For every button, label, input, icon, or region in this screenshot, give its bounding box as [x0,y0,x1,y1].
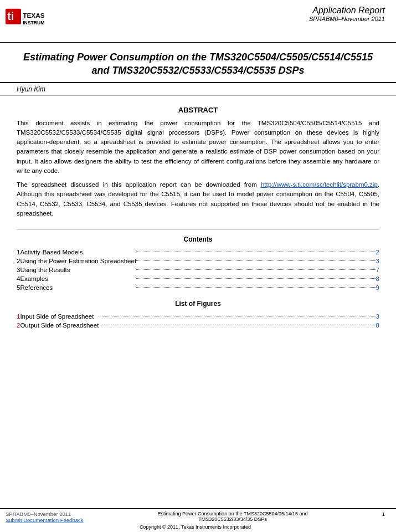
toc-item-label: Activity-Based Models [20,248,136,257]
footer-page-number: 1 [382,511,385,517]
lof-item-label: Output Side of Spreadsheet [20,321,99,330]
toc-item-page: 7 [376,265,379,274]
lof-row: 2 Output Side of Spreadsheet 8 [17,321,379,330]
toc-heading: Contents [17,236,379,243]
footer-center-line1: Estimating Power Consumption on the TMS3… [89,511,376,516]
lof-item-page: 8 [376,321,379,330]
footer-doc-id: SPRABM0–November 2011 [6,511,83,517]
logo-container: ti TEXAS INSTRUMENTS [6,6,44,39]
toc-row: 2 Using the Power Estimation Spreadsheet… [17,257,379,265]
lof-section: List of Figures 1 Input Side of Spreadsh… [17,300,379,330]
abstract-paragraph1: This document assists in estimating the … [17,119,379,176]
footer-right: 1 [382,511,385,517]
toc-item-page: 8 [376,274,379,283]
feedback-link[interactable]: Submit Documentation Feedback [6,517,83,523]
toc-table: 1 Activity-Based Models 2 2 Using the Po… [17,248,379,292]
report-id-label: SPRABM0–November 2011 [309,16,385,22]
abstract-heading: ABSTRACT [17,106,379,114]
abstract-paragraph2: The spreadsheet discussed in this applic… [17,180,379,218]
document-title: Estimating Power Consumption on the TMS3… [17,50,379,78]
svg-text:INSTRUMENTS: INSTRUMENTS [23,20,44,25]
toc-item-label: Using the Results [20,265,136,274]
lof-row: 1 Input Side of Spreadsheet 3 [17,312,379,321]
toc-dots [136,257,376,265]
title-section: Estimating Power Consumption on the TMS3… [0,43,396,83]
report-info: Application Report SPRABM0–November 2011 [309,6,385,22]
toc-item-page: 9 [376,283,379,292]
lof-table: 1 Input Side of Spreadsheet 3 2 Output S… [17,312,379,330]
toc-dots [136,248,376,257]
toc-row: 3 Using the Results 7 [17,265,379,274]
toc-dots [136,274,376,283]
ti-logo: ti TEXAS INSTRUMENTS [6,6,44,39]
footer-center-line2: TMS320C5532/33/34/35 DSPs [89,516,376,522]
svg-text:ti: ti [7,10,14,22]
spreadsheet-download-link[interactable]: http://www-s.ti.com/sc/techlit/sprabm0.z… [261,181,378,188]
abstract-p2-before-link: The spreadsheet discussed in this applic… [17,181,261,188]
footer-copyright: Copyright © 2011, Texas Instruments Inco… [6,524,385,530]
toc-dots [136,283,376,292]
lof-dots [99,321,376,330]
svg-text:TEXAS: TEXAS [23,12,44,19]
footer-top-row: SPRABM0–November 2011 Submit Documentati… [6,511,385,523]
toc-row: 4 Examples 8 [17,274,379,283]
report-type-label: Application Report [309,6,385,16]
lof-heading: List of Figures [17,300,379,308]
toc-item-page: 2 [376,248,379,257]
footer-left: SPRABM0–November 2011 Submit Documentati… [6,511,83,523]
content-area: ABSTRACT This document assists in estima… [0,96,396,336]
toc-row: 5 References 9 [17,283,379,292]
lof-dots [99,312,376,321]
page-footer: SPRABM0–November 2011 Submit Documentati… [0,508,396,532]
toc-row: 1 Activity-Based Models 2 [17,248,379,257]
footer-center: Estimating Power Consumption on the TMS3… [83,511,382,522]
author-name: Hyun Kim [17,85,45,93]
page-header: ti TEXAS INSTRUMENTS Application Report … [0,0,396,43]
toc-dots [136,265,376,274]
author-line: Hyun Kim [0,83,396,96]
lof-item-label: Input Side of Spreadsheet [20,312,99,321]
toc-item-label: References [20,283,136,292]
toc-item-label: Using the Power Estimation Spreadsheet [20,257,136,265]
lof-item-page: 3 [376,312,379,321]
toc-section: Contents 1 Activity-Based Models 2 2 Usi… [17,229,379,292]
toc-item-page: 3 [376,257,379,265]
toc-item-label: Examples [20,274,136,283]
